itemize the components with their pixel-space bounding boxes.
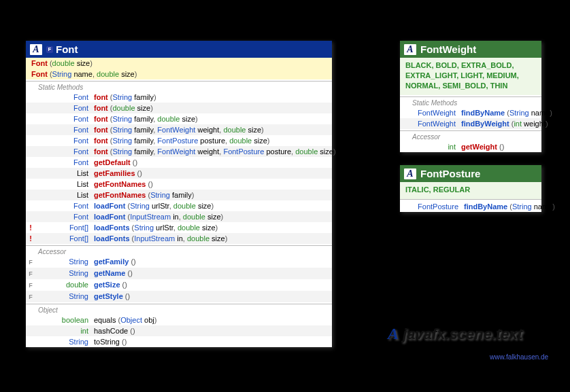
method-row: FontWeightfindByName (String name) bbox=[400, 107, 541, 118]
method-row: FontloadFont (String urlStr, double size… bbox=[26, 200, 332, 211]
method-row: FontgetDefault () bbox=[26, 157, 332, 168]
method-signature[interactable]: Font (double size) bbox=[31, 58, 93, 68]
fontweight-header: A FontWeight bbox=[400, 41, 541, 58]
method-row: intgetWeight () bbox=[400, 141, 541, 152]
enum-icon: A bbox=[404, 44, 416, 55]
package-name: javafx.scene.text bbox=[403, 325, 522, 343]
font-title: Font bbox=[56, 43, 78, 55]
method-signature[interactable]: getSize () bbox=[94, 280, 127, 289]
method-row: Fontfont (double size) bbox=[26, 103, 332, 113]
method-row: FdoublegetSize () bbox=[26, 279, 332, 291]
fontposture-enum-card: A FontPosture ITALIC, REGULAR FontPostur… bbox=[400, 165, 541, 212]
method-signature[interactable]: getStyle () bbox=[94, 291, 130, 301]
font-header: A F Font bbox=[26, 41, 332, 58]
fontposture-header: A FontPosture bbox=[400, 165, 541, 182]
method-signature[interactable]: equals (Object obj) bbox=[94, 315, 156, 325]
method-signature[interactable]: font (String family, FontPosture posture… bbox=[94, 136, 270, 145]
method-signature[interactable]: getWeight () bbox=[461, 142, 504, 152]
method-row: !Font[]loadFonts (InputStream in, double… bbox=[26, 233, 332, 244]
method-signature[interactable]: findByName (String name) bbox=[461, 108, 552, 118]
package-label: A javafx.scene.text bbox=[388, 325, 522, 343]
method-signature[interactable]: hashCode () bbox=[94, 326, 135, 336]
method-row: !Font[]loadFonts (String urlStr, double … bbox=[26, 222, 332, 233]
method-signature[interactable]: getFontNames () bbox=[94, 179, 153, 189]
method-row: booleanequals (Object obj) bbox=[26, 315, 332, 325]
method-row: StringtoString () bbox=[26, 336, 332, 347]
section-static: Static Methods bbox=[400, 96, 541, 107]
method-row: Fontfont (String family, FontPosture pos… bbox=[26, 135, 332, 146]
method-row: FontloadFont (InputStream in, double siz… bbox=[26, 211, 332, 222]
method-signature[interactable]: font (String family) bbox=[94, 92, 156, 102]
font-class-card: A F Font Font (double size)Font (String … bbox=[26, 41, 332, 347]
method-signature[interactable]: getFamily () bbox=[94, 257, 136, 266]
method-signature[interactable]: font (double size) bbox=[94, 103, 153, 113]
watermark[interactable]: www.falkhausen.de bbox=[490, 353, 548, 361]
method-row: ListgetFontNames (String family) bbox=[26, 190, 332, 200]
method-row: Font (String name, double size) bbox=[26, 69, 332, 79]
method-signature[interactable]: loadFonts (InputStream in, double size) bbox=[94, 234, 227, 243]
final-badge: F bbox=[46, 46, 53, 53]
method-row: Font (double size) bbox=[26, 58, 332, 69]
fontposture-values: ITALIC, REGULAR bbox=[400, 182, 541, 199]
method-row: inthashCode () bbox=[26, 325, 332, 336]
method-row: FontWeightfindByWeight (int weight) bbox=[400, 118, 541, 129]
method-row: Fontfont (String family, FontWeight weig… bbox=[26, 146, 332, 157]
method-signature[interactable]: Font (String name, double size) bbox=[31, 69, 137, 79]
method-signature[interactable]: loadFonts (String urlStr, double size) bbox=[94, 223, 218, 232]
method-row: Fontfont (String family, double size) bbox=[26, 113, 332, 124]
method-row: Fontfont (String family, FontWeight weig… bbox=[26, 124, 332, 135]
section-static: Static Methods bbox=[26, 81, 332, 92]
method-signature[interactable]: getFontNames (String family) bbox=[94, 190, 194, 200]
method-signature[interactable]: font (String family, double size) bbox=[94, 114, 198, 124]
method-signature[interactable]: loadFont (InputStream in, double size) bbox=[94, 212, 223, 221]
section-accessor: Accessor bbox=[26, 245, 332, 256]
method-signature[interactable]: font (String family, FontWeight weight, … bbox=[94, 125, 264, 135]
method-row: Fontfont (String family) bbox=[26, 92, 332, 103]
enum-icon: A bbox=[404, 168, 416, 179]
section-object: Object bbox=[26, 304, 332, 315]
method-row: ListgetFontNames () bbox=[26, 179, 332, 190]
method-signature[interactable]: findByName (String name) bbox=[464, 202, 555, 211]
method-signature[interactable]: findByWeight (int weight) bbox=[461, 119, 548, 128]
fontweight-title: FontWeight bbox=[420, 43, 476, 55]
method-signature[interactable]: loadFont (String urlStr, double size) bbox=[94, 201, 214, 211]
section-accessor: Accessor bbox=[400, 130, 541, 141]
method-signature[interactable]: getFamilies () bbox=[94, 168, 142, 178]
method-row: ListgetFamilies () bbox=[26, 168, 332, 179]
method-row: FontPosturefindByName (String name) bbox=[400, 201, 541, 212]
fontweight-values: BLACK, BOLD, EXTRA_BOLD, EXTRA_LIGHT, LI… bbox=[400, 58, 541, 95]
package-icon: A bbox=[388, 325, 399, 343]
method-row: FStringgetStyle () bbox=[26, 291, 332, 302]
method-row: FStringgetName () bbox=[26, 268, 332, 279]
fontposture-title: FontPosture bbox=[420, 168, 480, 179]
method-signature[interactable]: toString () bbox=[94, 337, 127, 346]
method-signature[interactable]: getDefault () bbox=[94, 158, 137, 167]
method-signature[interactable]: getName () bbox=[94, 268, 133, 278]
fontweight-enum-card: A FontWeight BLACK, BOLD, EXTRA_BOLD, EX… bbox=[400, 41, 541, 152]
method-row: FStringgetFamily () bbox=[26, 256, 332, 268]
method-signature[interactable]: font (String family, FontWeight weight, … bbox=[94, 147, 336, 156]
class-icon: A bbox=[30, 44, 42, 55]
